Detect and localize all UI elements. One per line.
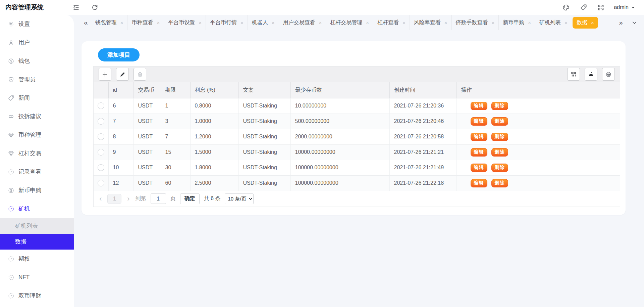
delete-button[interactable]: 删除 bbox=[491, 148, 508, 157]
tabs-scroll-left-icon[interactable]: « bbox=[81, 18, 91, 27]
sidebar-item-币种管理[interactable]: 币种管理 bbox=[0, 126, 74, 144]
export-icon[interactable] bbox=[585, 68, 597, 81]
delete-button[interactable]: 删除 bbox=[491, 133, 508, 141]
delete-button[interactable]: 删除 bbox=[491, 102, 508, 110]
tab-矿机列表[interactable]: 矿机列表× bbox=[535, 15, 572, 30]
cell-copy: USDT-Staking bbox=[238, 98, 290, 114]
delete-button[interactable]: 删除 bbox=[491, 179, 508, 187]
row-radio[interactable] bbox=[98, 133, 104, 140]
sidebar-item-钱包[interactable]: 钱包 bbox=[0, 52, 74, 70]
tab-close-icon[interactable]: × bbox=[319, 20, 322, 26]
sidebar-item-新币申购[interactable]: 新币申购 bbox=[0, 181, 74, 200]
tab-close-icon[interactable]: × bbox=[272, 20, 275, 26]
sidebar-item-NFT[interactable]: NFT bbox=[0, 268, 74, 287]
refresh-icon[interactable] bbox=[91, 4, 98, 11]
edit-button[interactable]: 编辑 bbox=[471, 148, 487, 157]
tab-close-icon[interactable]: × bbox=[528, 20, 531, 26]
tabs-menu-chevron-down-icon[interactable] bbox=[632, 20, 637, 26]
tab-币种查看[interactable]: 币种查看× bbox=[127, 15, 164, 30]
row-radio[interactable] bbox=[98, 118, 104, 125]
tab-close-icon[interactable]: × bbox=[240, 20, 244, 26]
toolbar-left-group bbox=[99, 68, 146, 81]
tab-close-icon[interactable]: × bbox=[565, 20, 568, 26]
sidebar-item-用户[interactable]: 用户 bbox=[0, 33, 74, 52]
sidebar-item-记录查看[interactable]: 记录查看 bbox=[0, 163, 74, 181]
data-table: id交易币期限利息 (%)文案最少存币数创建时间操作 6USDT10.8000U… bbox=[94, 82, 620, 191]
collapse-sidebar-icon[interactable] bbox=[72, 4, 80, 11]
sidebar-item-管理员[interactable]: 管理员 bbox=[0, 70, 74, 89]
tab-close-icon[interactable]: × bbox=[444, 20, 447, 26]
sidebar-item-矿机[interactable]: 矿机 bbox=[0, 200, 74, 218]
tab-close-icon[interactable]: × bbox=[199, 20, 202, 26]
tab-close-icon[interactable]: × bbox=[591, 20, 594, 26]
sidebar-item-杠杆交易[interactable]: 杠杆交易 bbox=[0, 144, 74, 163]
tab-label: 新币申购 bbox=[503, 19, 524, 26]
tab-close-icon[interactable]: × bbox=[120, 20, 123, 26]
next-page-icon[interactable]: › bbox=[126, 195, 131, 203]
cell-min_deposit: 10.00000000 bbox=[290, 98, 389, 114]
trash-icon[interactable] bbox=[133, 68, 146, 81]
tab-close-icon[interactable]: × bbox=[402, 20, 406, 26]
sidebar-item-label: NFT bbox=[18, 274, 30, 281]
sidebar-item-label: 双币理财 bbox=[18, 292, 41, 300]
goto-page-input[interactable] bbox=[151, 193, 166, 204]
tag-icon bbox=[8, 95, 14, 101]
tab-机器人[interactable]: 机器人× bbox=[248, 15, 279, 30]
plus-icon[interactable] bbox=[99, 68, 111, 81]
sidebar-subitem-矿机列表[interactable]: 矿机列表 bbox=[0, 218, 74, 234]
edit-button[interactable]: 编辑 bbox=[471, 133, 487, 141]
table-row: 9USDT151.5000USDT-Staking10000.000000002… bbox=[94, 144, 620, 160]
edit-button[interactable]: 编辑 bbox=[471, 179, 487, 187]
edit-button[interactable]: 编辑 bbox=[471, 102, 487, 110]
sidebar-nav: 设置用户钱包管理员新闻投拆建议币种管理杠杆交易记录查看新币申购矿机矿机列表数据期… bbox=[0, 15, 74, 305]
sidebar-item-设置[interactable]: 设置 bbox=[0, 15, 74, 33]
tab-label: 币种查看 bbox=[131, 19, 153, 26]
tab-close-icon[interactable]: × bbox=[492, 20, 495, 26]
tab-数据[interactable]: 数据× bbox=[573, 17, 598, 29]
pencil-icon[interactable] bbox=[116, 68, 129, 81]
edit-button[interactable]: 编辑 bbox=[471, 117, 487, 126]
tab-close-icon[interactable]: × bbox=[157, 20, 160, 26]
printer-icon[interactable] bbox=[602, 68, 615, 81]
user-menu[interactable]: admin bbox=[614, 4, 635, 10]
row-radio[interactable] bbox=[98, 149, 104, 156]
row-radio[interactable] bbox=[98, 180, 104, 186]
row-radio[interactable] bbox=[98, 102, 104, 109]
tag-icon[interactable] bbox=[580, 4, 587, 11]
dollar-circle-icon bbox=[8, 187, 14, 194]
sidebar-subitem-数据[interactable]: 数据 bbox=[0, 234, 74, 250]
add-item-button[interactable]: 添加项目 bbox=[98, 48, 140, 61]
cell-coin: USDT bbox=[133, 175, 161, 191]
tab-用户交易查看[interactable]: 用户交易查看× bbox=[279, 15, 326, 30]
tabs-scroll-right-icon[interactable]: » bbox=[619, 18, 623, 27]
cell-coin: USDT bbox=[133, 114, 161, 129]
shield-check-icon bbox=[8, 76, 14, 83]
tab-风险率查看[interactable]: 风险率查看× bbox=[410, 15, 451, 30]
sidebar-item-投拆建议[interactable]: 投拆建议 bbox=[0, 107, 74, 126]
tab-平台币行情[interactable]: 平台币行情× bbox=[206, 15, 248, 30]
row-radio[interactable] bbox=[98, 164, 104, 171]
tab-杠杆查看[interactable]: 杠杆查看× bbox=[373, 15, 410, 30]
prev-page-icon[interactable]: ‹ bbox=[98, 195, 103, 203]
sidebar-item-新闻[interactable]: 新闻 bbox=[0, 89, 74, 107]
tab-倍数手数查看[interactable]: 倍数手数查看× bbox=[451, 15, 499, 30]
cell-select bbox=[94, 129, 108, 144]
tab-平台币设置[interactable]: 平台币设置× bbox=[164, 15, 206, 30]
cell-interest: 1.2000 bbox=[190, 129, 238, 144]
delete-button[interactable]: 删除 bbox=[491, 164, 508, 172]
sidebar-item-期权[interactable]: 期权 bbox=[0, 250, 74, 268]
time-icon bbox=[8, 293, 14, 299]
page-size-select[interactable]: 10 条/页 bbox=[225, 193, 254, 204]
delete-button[interactable]: 删除 bbox=[491, 117, 508, 126]
goto-confirm-button[interactable]: 确定 bbox=[180, 193, 200, 204]
edit-button[interactable]: 编辑 bbox=[471, 164, 487, 172]
sidebar-item-双币理财[interactable]: 双币理财 bbox=[0, 287, 74, 305]
palette-icon[interactable] bbox=[562, 4, 570, 11]
tab-杠杆交易管理[interactable]: 杠杆交易管理× bbox=[326, 15, 373, 30]
tab-钱包管理[interactable]: 钱包管理× bbox=[91, 15, 127, 30]
current-page-button[interactable]: 1 bbox=[107, 194, 121, 204]
columns-icon[interactable] bbox=[567, 68, 580, 81]
fullscreen-icon[interactable] bbox=[597, 4, 604, 11]
tab-新币申购[interactable]: 新币申购× bbox=[498, 15, 535, 30]
tab-close-icon[interactable]: × bbox=[366, 20, 369, 26]
